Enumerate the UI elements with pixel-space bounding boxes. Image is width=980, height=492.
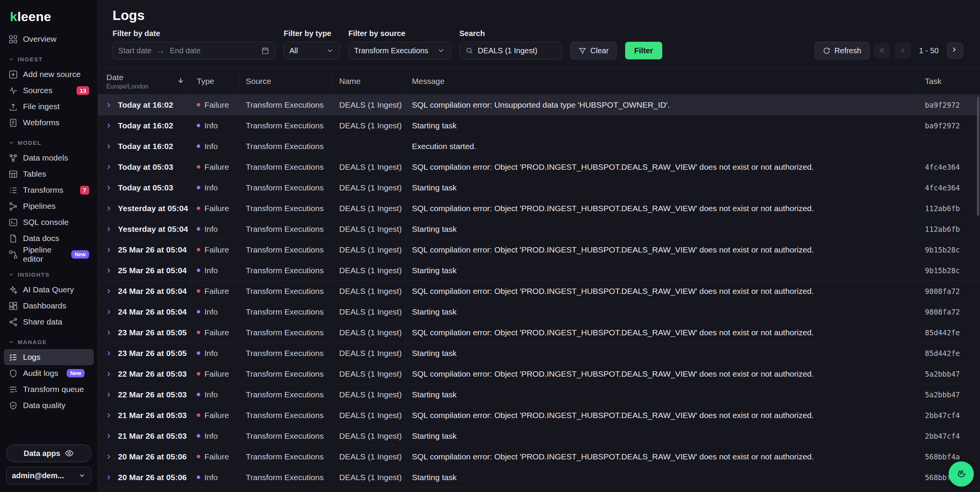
sidebar-item-transform-queue[interactable]: Transform queue (4, 381, 94, 397)
log-date-cell[interactable]: 19 Mar 26 at 05:04 (98, 488, 191, 492)
log-date-cell[interactable]: Today at 05:03 (98, 177, 191, 198)
next-page-button[interactable] (947, 43, 963, 59)
log-date-cell[interactable]: 23 Mar 26 at 05:05 (98, 343, 191, 363)
expand-chevron-icon[interactable] (105, 370, 113, 378)
expand-chevron-icon[interactable] (105, 225, 113, 233)
log-date-cell[interactable]: 22 Mar 26 at 05:03 (98, 384, 191, 405)
sidebar-item-sources[interactable]: Sources 13 (4, 82, 94, 98)
calendar-icon[interactable] (261, 46, 270, 55)
sidebar-item-transforms[interactable]: Transforms 7 (4, 182, 94, 198)
log-date-cell[interactable]: Yesterday at 05:04 (98, 219, 191, 239)
expand-chevron-icon[interactable] (105, 391, 113, 399)
expand-chevron-icon[interactable] (105, 474, 113, 481)
log-date-cell[interactable]: Yesterday at 05:04 (98, 198, 191, 218)
sidebar-item-data-quality[interactable]: Data quality (4, 397, 94, 413)
table-row[interactable]: 20 Mar 26 at 05:06 Failure Transform Exe… (98, 446, 980, 467)
prev-page-button[interactable] (895, 43, 911, 59)
sidebar-section-model[interactable]: MODEL (4, 135, 94, 150)
expand-chevron-icon[interactable] (105, 308, 113, 316)
column-header-date[interactable]: Date Europe/London (98, 68, 191, 94)
table-row[interactable]: 24 Mar 26 at 05:04 Info Transform Execut… (98, 302, 980, 322)
table-row[interactable]: 22 Mar 26 at 05:03 Info Transform Execut… (98, 384, 980, 405)
column-header-name[interactable]: Name (333, 68, 406, 94)
log-date-cell[interactable]: 20 Mar 26 at 05:06 (98, 446, 191, 467)
sidebar-section-manage[interactable]: MANAGE (4, 335, 94, 349)
table-row[interactable]: 25 Mar 26 at 05:04 Info Transform Execut… (98, 260, 980, 281)
sidebar-item-share-data[interactable]: Share data (4, 314, 94, 330)
source-filter-select[interactable]: Transform Executions (348, 42, 451, 59)
log-date-cell[interactable]: 21 Mar 26 at 05:03 (98, 426, 191, 446)
sidebar-item-pipelines[interactable]: Pipelines (4, 198, 94, 214)
start-date-placeholder[interactable]: Start date (118, 46, 152, 55)
table-row[interactable]: 25 Mar 26 at 05:04 Failure Transform Exe… (98, 239, 980, 260)
sidebar-item-file-ingest[interactable]: File ingest (4, 98, 94, 115)
table-row[interactable]: Yesterday at 05:04 Info Transform Execut… (98, 219, 980, 239)
sidebar-section-insights[interactable]: INSIGHTS (4, 267, 94, 282)
expand-chevron-icon[interactable] (105, 101, 113, 109)
filter-button[interactable]: Filter (625, 42, 662, 59)
brand-logo[interactable]: kleene (0, 0, 98, 30)
log-date-cell[interactable]: Today at 16:02 (98, 95, 191, 115)
log-date-cell[interactable]: 21 Mar 26 at 05:03 (98, 405, 191, 425)
log-date-cell[interactable]: 25 Mar 26 at 05:04 (98, 239, 191, 260)
log-date-cell[interactable]: Today at 16:02 (98, 136, 191, 156)
column-header-source[interactable]: Source (240, 68, 333, 94)
sidebar-item-dashboards[interactable]: Dashboards (4, 298, 94, 314)
data-apps-button[interactable]: Data apps (6, 444, 91, 462)
log-date-cell[interactable]: 25 Mar 26 at 05:04 (98, 260, 191, 280)
log-date-cell[interactable]: 23 Mar 26 at 05:05 (98, 322, 191, 343)
search-input[interactable]: DEALS (1 Ingest) (459, 42, 562, 59)
date-range-input[interactable]: Start date → End date (113, 42, 275, 59)
sidebar-item-data-docs[interactable]: Data docs (4, 230, 94, 246)
table-row[interactable]: 20 Mar 26 at 05:06 Info Transform Execut… (98, 467, 980, 488)
log-date-cell[interactable]: Today at 05:03 (98, 157, 191, 177)
expand-chevron-icon[interactable] (105, 143, 113, 150)
expand-chevron-icon[interactable] (105, 205, 113, 212)
sidebar-item-data-models[interactable]: Data models (4, 150, 94, 166)
table-row[interactable]: Today at 05:03 Failure Transform Executi… (98, 157, 980, 177)
sidebar-item-audit-logs[interactable]: Audit logs New (4, 365, 94, 381)
table-row[interactable]: Yesterday at 05:04 Failure Transform Exe… (98, 198, 980, 219)
sort-descending-icon[interactable] (176, 76, 185, 87)
table-row[interactable]: 19 Mar 26 at 05:04 Failure Transform Exe… (98, 488, 980, 492)
expand-chevron-icon[interactable] (105, 163, 113, 171)
sidebar-section-ingest[interactable]: INGEST (4, 52, 94, 66)
expand-chevron-icon[interactable] (105, 453, 113, 461)
log-date-cell[interactable]: 24 Mar 26 at 05:04 (98, 302, 191, 322)
table-row[interactable]: 22 Mar 26 at 05:03 Failure Transform Exe… (98, 364, 980, 384)
expand-chevron-icon[interactable] (105, 349, 113, 357)
table-row[interactable]: 23 Mar 26 at 05:05 Failure Transform Exe… (98, 322, 980, 343)
column-header-task[interactable]: Task (919, 68, 980, 94)
log-date-cell[interactable]: 24 Mar 26 at 05:04 (98, 281, 191, 301)
column-header-type[interactable]: Type (191, 68, 240, 94)
expand-chevron-icon[interactable] (105, 329, 113, 336)
expand-chevron-icon[interactable] (105, 184, 113, 192)
column-header-message[interactable]: Message (406, 68, 919, 94)
expand-chevron-icon[interactable] (105, 432, 113, 440)
expand-chevron-icon[interactable] (105, 246, 113, 254)
table-row[interactable]: 23 Mar 26 at 05:05 Info Transform Execut… (98, 343, 980, 364)
refresh-button[interactable]: Refresh (815, 42, 869, 59)
sidebar-item-sql-console[interactable]: SQL console (4, 214, 94, 230)
sidebar-item-pipeline-editor[interactable]: Pipeline editor New (4, 246, 94, 262)
account-menu-button[interactable]: admin@dem... (6, 467, 91, 484)
expand-chevron-icon[interactable] (105, 122, 113, 130)
type-filter-select[interactable]: All (284, 42, 340, 59)
sidebar-item-ai-data-query[interactable]: AI Data Query (4, 282, 94, 298)
sidebar-item-logs[interactable]: Logs (4, 349, 94, 365)
table-row[interactable]: Today at 16:02 Info Transform Executions… (98, 136, 980, 157)
sidebar-item-webforms[interactable]: Webforms (4, 115, 94, 131)
table-row[interactable]: 21 Mar 26 at 05:03 Info Transform Execut… (98, 426, 980, 446)
sidebar-item-add-new-source[interactable]: Add new source (4, 66, 94, 82)
expand-chevron-icon[interactable] (105, 267, 113, 274)
log-date-cell[interactable]: 22 Mar 26 at 05:03 (98, 364, 191, 384)
end-date-placeholder[interactable]: End date (170, 46, 201, 55)
table-row[interactable]: Today at 16:02 Failure Transform Executi… (98, 95, 980, 115)
table-row[interactable]: Today at 05:03 Info Transform Executions… (98, 177, 980, 198)
table-row[interactable]: 21 Mar 26 at 05:03 Failure Transform Exe… (98, 405, 980, 426)
scrollbar-thumb[interactable] (977, 97, 979, 216)
expand-chevron-icon[interactable] (105, 287, 113, 295)
chat-widget-button[interactable] (949, 461, 974, 487)
expand-chevron-icon[interactable] (105, 412, 113, 419)
table-row[interactable]: 24 Mar 26 at 05:04 Failure Transform Exe… (98, 281, 980, 302)
